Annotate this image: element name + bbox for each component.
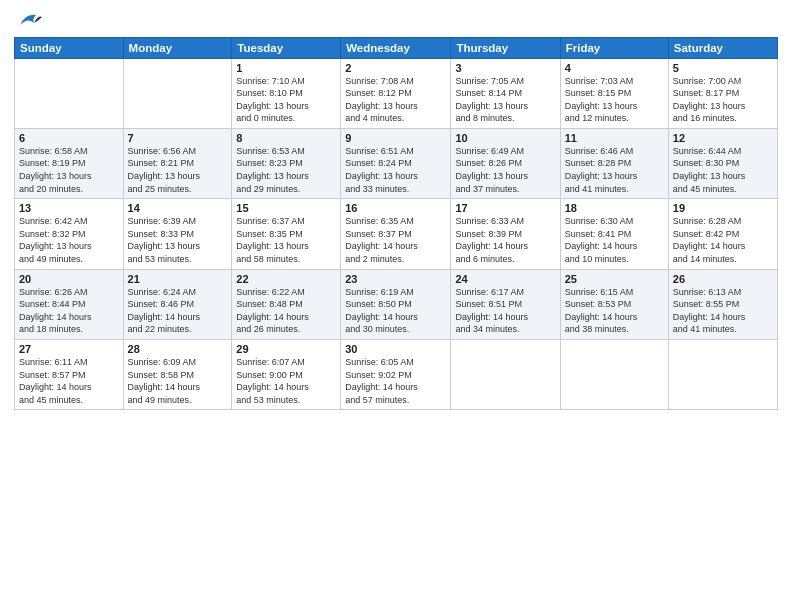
day-number: 17 [455, 202, 555, 214]
calendar-day-cell: 28Sunrise: 6:09 AM Sunset: 8:58 PM Dayli… [123, 340, 232, 410]
calendar-day-cell: 26Sunrise: 6:13 AM Sunset: 8:55 PM Dayli… [668, 269, 777, 339]
logo [14, 10, 42, 31]
day-info: Sunrise: 6:24 AM Sunset: 8:46 PM Dayligh… [128, 286, 228, 336]
calendar-day-cell: 3Sunrise: 7:05 AM Sunset: 8:14 PM Daylig… [451, 58, 560, 128]
calendar-day-cell: 4Sunrise: 7:03 AM Sunset: 8:15 PM Daylig… [560, 58, 668, 128]
calendar-day-cell: 16Sunrise: 6:35 AM Sunset: 8:37 PM Dayli… [341, 199, 451, 269]
calendar-header-row: SundayMondayTuesdayWednesdayThursdayFrid… [15, 37, 778, 58]
day-info: Sunrise: 6:56 AM Sunset: 8:21 PM Dayligh… [128, 145, 228, 195]
weekday-header-saturday: Saturday [668, 37, 777, 58]
calendar-day-cell [560, 340, 668, 410]
day-number: 2 [345, 62, 446, 74]
calendar-day-cell: 5Sunrise: 7:00 AM Sunset: 8:17 PM Daylig… [668, 58, 777, 128]
day-number: 24 [455, 273, 555, 285]
calendar-week-row: 13Sunrise: 6:42 AM Sunset: 8:32 PM Dayli… [15, 199, 778, 269]
day-number: 28 [128, 343, 228, 355]
day-number: 1 [236, 62, 336, 74]
day-number: 10 [455, 132, 555, 144]
day-info: Sunrise: 6:53 AM Sunset: 8:23 PM Dayligh… [236, 145, 336, 195]
weekday-header-tuesday: Tuesday [232, 37, 341, 58]
calendar-day-cell [668, 340, 777, 410]
day-info: Sunrise: 6:37 AM Sunset: 8:35 PM Dayligh… [236, 215, 336, 265]
day-info: Sunrise: 6:49 AM Sunset: 8:26 PM Dayligh… [455, 145, 555, 195]
day-info: Sunrise: 6:46 AM Sunset: 8:28 PM Dayligh… [565, 145, 664, 195]
day-number: 9 [345, 132, 446, 144]
day-number: 14 [128, 202, 228, 214]
calendar-day-cell: 14Sunrise: 6:39 AM Sunset: 8:33 PM Dayli… [123, 199, 232, 269]
day-info: Sunrise: 6:58 AM Sunset: 8:19 PM Dayligh… [19, 145, 119, 195]
calendar-day-cell: 25Sunrise: 6:15 AM Sunset: 8:53 PM Dayli… [560, 269, 668, 339]
day-info: Sunrise: 7:00 AM Sunset: 8:17 PM Dayligh… [673, 75, 773, 125]
calendar-day-cell: 27Sunrise: 6:11 AM Sunset: 8:57 PM Dayli… [15, 340, 124, 410]
day-info: Sunrise: 6:07 AM Sunset: 9:00 PM Dayligh… [236, 356, 336, 406]
day-info: Sunrise: 6:15 AM Sunset: 8:53 PM Dayligh… [565, 286, 664, 336]
calendar-day-cell: 8Sunrise: 6:53 AM Sunset: 8:23 PM Daylig… [232, 128, 341, 198]
day-info: Sunrise: 7:05 AM Sunset: 8:14 PM Dayligh… [455, 75, 555, 125]
calendar-week-row: 1Sunrise: 7:10 AM Sunset: 8:10 PM Daylig… [15, 58, 778, 128]
calendar-day-cell: 13Sunrise: 6:42 AM Sunset: 8:32 PM Dayli… [15, 199, 124, 269]
calendar-day-cell: 24Sunrise: 6:17 AM Sunset: 8:51 PM Dayli… [451, 269, 560, 339]
day-info: Sunrise: 6:35 AM Sunset: 8:37 PM Dayligh… [345, 215, 446, 265]
calendar-day-cell: 30Sunrise: 6:05 AM Sunset: 9:02 PM Dayli… [341, 340, 451, 410]
day-number: 29 [236, 343, 336, 355]
calendar-day-cell: 10Sunrise: 6:49 AM Sunset: 8:26 PM Dayli… [451, 128, 560, 198]
day-info: Sunrise: 6:09 AM Sunset: 8:58 PM Dayligh… [128, 356, 228, 406]
calendar-day-cell: 19Sunrise: 6:28 AM Sunset: 8:42 PM Dayli… [668, 199, 777, 269]
day-number: 26 [673, 273, 773, 285]
day-info: Sunrise: 6:30 AM Sunset: 8:41 PM Dayligh… [565, 215, 664, 265]
day-number: 12 [673, 132, 773, 144]
day-info: Sunrise: 6:11 AM Sunset: 8:57 PM Dayligh… [19, 356, 119, 406]
day-number: 16 [345, 202, 446, 214]
calendar-day-cell: 1Sunrise: 7:10 AM Sunset: 8:10 PM Daylig… [232, 58, 341, 128]
day-info: Sunrise: 6:05 AM Sunset: 9:02 PM Dayligh… [345, 356, 446, 406]
day-number: 4 [565, 62, 664, 74]
calendar-day-cell: 15Sunrise: 6:37 AM Sunset: 8:35 PM Dayli… [232, 199, 341, 269]
calendar-week-row: 27Sunrise: 6:11 AM Sunset: 8:57 PM Dayli… [15, 340, 778, 410]
day-number: 18 [565, 202, 664, 214]
day-number: 5 [673, 62, 773, 74]
day-info: Sunrise: 6:26 AM Sunset: 8:44 PM Dayligh… [19, 286, 119, 336]
day-info: Sunrise: 6:17 AM Sunset: 8:51 PM Dayligh… [455, 286, 555, 336]
calendar-day-cell: 29Sunrise: 6:07 AM Sunset: 9:00 PM Dayli… [232, 340, 341, 410]
day-number: 6 [19, 132, 119, 144]
calendar-week-row: 20Sunrise: 6:26 AM Sunset: 8:44 PM Dayli… [15, 269, 778, 339]
calendar-day-cell [451, 340, 560, 410]
calendar-day-cell: 9Sunrise: 6:51 AM Sunset: 8:24 PM Daylig… [341, 128, 451, 198]
calendar-body: 1Sunrise: 7:10 AM Sunset: 8:10 PM Daylig… [15, 58, 778, 410]
weekday-header-monday: Monday [123, 37, 232, 58]
calendar-day-cell: 20Sunrise: 6:26 AM Sunset: 8:44 PM Dayli… [15, 269, 124, 339]
calendar-day-cell: 22Sunrise: 6:22 AM Sunset: 8:48 PM Dayli… [232, 269, 341, 339]
day-number: 30 [345, 343, 446, 355]
day-info: Sunrise: 6:19 AM Sunset: 8:50 PM Dayligh… [345, 286, 446, 336]
weekday-header-thursday: Thursday [451, 37, 560, 58]
day-number: 22 [236, 273, 336, 285]
day-number: 27 [19, 343, 119, 355]
calendar-day-cell: 18Sunrise: 6:30 AM Sunset: 8:41 PM Dayli… [560, 199, 668, 269]
day-number: 7 [128, 132, 228, 144]
day-number: 19 [673, 202, 773, 214]
page-header [14, 10, 778, 31]
day-number: 11 [565, 132, 664, 144]
day-info: Sunrise: 6:44 AM Sunset: 8:30 PM Dayligh… [673, 145, 773, 195]
calendar-table: SundayMondayTuesdayWednesdayThursdayFrid… [14, 37, 778, 411]
day-info: Sunrise: 6:13 AM Sunset: 8:55 PM Dayligh… [673, 286, 773, 336]
weekday-header-wednesday: Wednesday [341, 37, 451, 58]
logo-bird-icon [16, 11, 44, 31]
day-info: Sunrise: 6:22 AM Sunset: 8:48 PM Dayligh… [236, 286, 336, 336]
calendar-day-cell: 2Sunrise: 7:08 AM Sunset: 8:12 PM Daylig… [341, 58, 451, 128]
day-number: 8 [236, 132, 336, 144]
calendar-day-cell: 11Sunrise: 6:46 AM Sunset: 8:28 PM Dayli… [560, 128, 668, 198]
calendar-day-cell: 7Sunrise: 6:56 AM Sunset: 8:21 PM Daylig… [123, 128, 232, 198]
weekday-header-sunday: Sunday [15, 37, 124, 58]
calendar-day-cell: 17Sunrise: 6:33 AM Sunset: 8:39 PM Dayli… [451, 199, 560, 269]
day-info: Sunrise: 6:28 AM Sunset: 8:42 PM Dayligh… [673, 215, 773, 265]
day-number: 21 [128, 273, 228, 285]
day-info: Sunrise: 6:39 AM Sunset: 8:33 PM Dayligh… [128, 215, 228, 265]
day-info: Sunrise: 7:08 AM Sunset: 8:12 PM Dayligh… [345, 75, 446, 125]
day-info: Sunrise: 6:33 AM Sunset: 8:39 PM Dayligh… [455, 215, 555, 265]
day-info: Sunrise: 7:10 AM Sunset: 8:10 PM Dayligh… [236, 75, 336, 125]
day-info: Sunrise: 6:51 AM Sunset: 8:24 PM Dayligh… [345, 145, 446, 195]
day-number: 23 [345, 273, 446, 285]
day-number: 13 [19, 202, 119, 214]
day-number: 20 [19, 273, 119, 285]
